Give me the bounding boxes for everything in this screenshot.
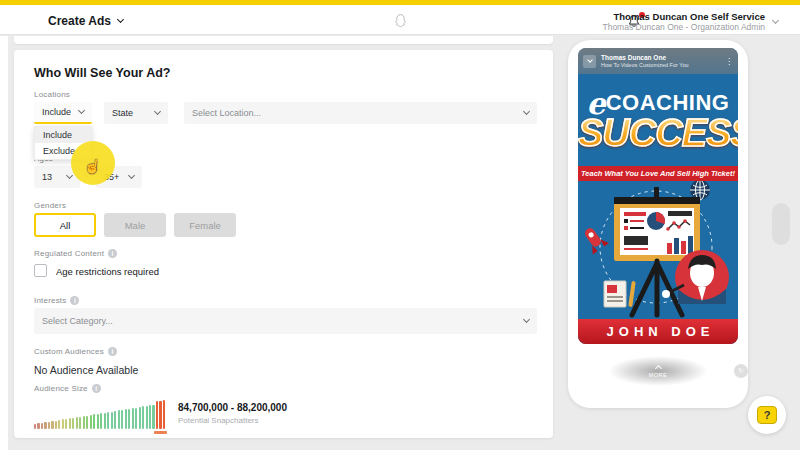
document-icon [604,281,626,307]
rocket-icon [579,223,609,254]
ad-account-title: Thomas Duncan One [601,54,689,62]
preview-scrollbar-thumb[interactable] [772,203,790,245]
state-value: State [112,108,133,118]
audience-chart-bar [128,409,130,429]
audience-chart-bar [107,412,109,429]
audience-chart-bar [97,414,99,429]
interests-category-select[interactable]: Select Category... [34,308,537,334]
audience-chart-bar [142,406,144,429]
ad-preview-header: Thomas Duncan One How To Videos Customiz… [578,48,738,74]
gender-all-button[interactable]: All [34,213,96,237]
kebab-menu-icon: ⋮ [725,57,733,66]
audience-size-label: Audience Sizei [34,384,101,393]
chevron-down-icon [78,107,85,114]
ads-manager-app: Create Ads Thomas Duncan One Self Servic… [0,0,800,450]
chevron-down-icon [523,108,530,115]
genders-label: Genders [34,201,66,210]
audience-estimate-label: Potential Snapchatters [178,416,259,425]
age-max-select[interactable]: 35+ [96,166,142,188]
audience-targeting-card: Who Will See Your Ad? Locations Include … [14,50,553,438]
ad-creative-preview: Thomas Duncan One How To Videos Customiz… [578,48,738,344]
audience-estimate-range: 84,700,000 - 88,200,000 [178,402,287,413]
preview-rotate-icon: ↻ [734,364,748,378]
ad-campaign-subtitle: How To Videos Customized For You [601,62,689,69]
chevron-down-icon [66,172,73,179]
chevron-down-icon [117,16,124,23]
top-navigation-bar: Create Ads Thomas Duncan One Self Servic… [0,5,800,35]
info-icon: i [108,249,117,258]
ad-headline-success: SUCCESS! [578,112,738,155]
help-button[interactable]: ? [748,396,786,434]
chevron-down-icon [523,316,530,323]
audience-chart-bar [146,406,148,429]
audience-chart-bar [125,409,127,429]
audience-chart-bar [93,414,95,429]
section-heading: Who Will See Your Ad? [34,66,170,80]
no-audience-text: No Audience Available [34,364,138,376]
audience-chart-bar [156,401,158,429]
audience-chart-bar [72,418,74,429]
chevron-down-icon [772,16,779,23]
audience-chart-bar [76,417,78,429]
help-chat-icon: ? [757,406,777,424]
audience-size-chart [34,397,166,429]
audience-chart-bar [114,411,116,429]
menu-option-exclude[interactable]: Exclude [35,143,91,159]
gender-female-button[interactable]: Female [174,213,236,237]
audience-chart-bar [121,410,123,429]
audience-chart-bar [111,412,113,429]
audience-chart-bar [163,400,165,429]
audience-chart-bar [152,405,154,429]
ad-illustration [578,181,738,319]
age-min-select[interactable]: 13 [34,166,80,188]
location-search-select[interactable]: Select Location... [184,102,537,124]
location-include-select[interactable]: Include [34,102,92,124]
audience-chart-bar [139,407,141,429]
age-restrictions-label: Age restrictions required [56,266,159,277]
more-swipe-hint: MORE [608,356,708,386]
audience-chart-bar [62,419,64,429]
create-ads-dropdown[interactable]: Create Ads [48,14,123,28]
custom-audiences-label: Custom Audiencesi [34,347,117,356]
audience-chart-bar [118,410,120,429]
include-value: Include [42,107,71,117]
account-name: Thomas Duncan One Self Service [602,11,765,22]
audience-chart-bar [51,421,53,429]
audience-chart-bar [90,415,92,429]
age-range-separator: - [85,171,88,181]
account-role: Thomas Duncan One - Organization Admin [602,22,765,32]
audience-chart-bar [86,416,88,430]
info-icon: i [70,296,79,305]
audience-chart-bar [159,401,161,429]
menu-option-include[interactable]: Include [35,127,91,143]
account-menu[interactable]: Thomas Duncan One Self Service Thomas Du… [602,11,778,32]
location-type-select[interactable]: State [104,102,168,124]
audience-chart-bar [135,408,137,429]
audience-chart-bar [79,417,81,429]
audience-chart-bar [55,421,57,429]
category-placeholder: Select Category... [42,316,113,326]
collapse-chevron-icon [583,55,596,68]
audience-chart-bar [149,405,151,429]
location-placeholder: Select Location... [192,108,261,118]
regulated-content-label: Regulated Contenti [34,249,117,258]
previous-section-card-edge [14,36,553,44]
gender-male-button[interactable]: Male [104,213,166,237]
audience-chart-bar [104,413,106,429]
locations-label: Locations [34,90,70,99]
audience-chart-bar [44,422,46,429]
audience-chart-bar [83,416,85,429]
interests-label: Interestsi [34,296,79,305]
audience-chart-bar [58,420,60,429]
info-icon: i [108,347,117,356]
age-restrictions-checkbox[interactable] [34,264,47,277]
age-min-value: 13 [42,172,52,182]
audience-chart-bar [69,418,71,429]
audience-chart-bar [37,423,39,429]
audience-chart-bar [48,422,50,429]
info-icon: i [92,384,101,393]
snapchat-ghost-logo [392,12,409,34]
audience-chart-bar [100,413,102,429]
audience-chart-bar [65,419,67,429]
top-accent-bar [0,0,800,5]
